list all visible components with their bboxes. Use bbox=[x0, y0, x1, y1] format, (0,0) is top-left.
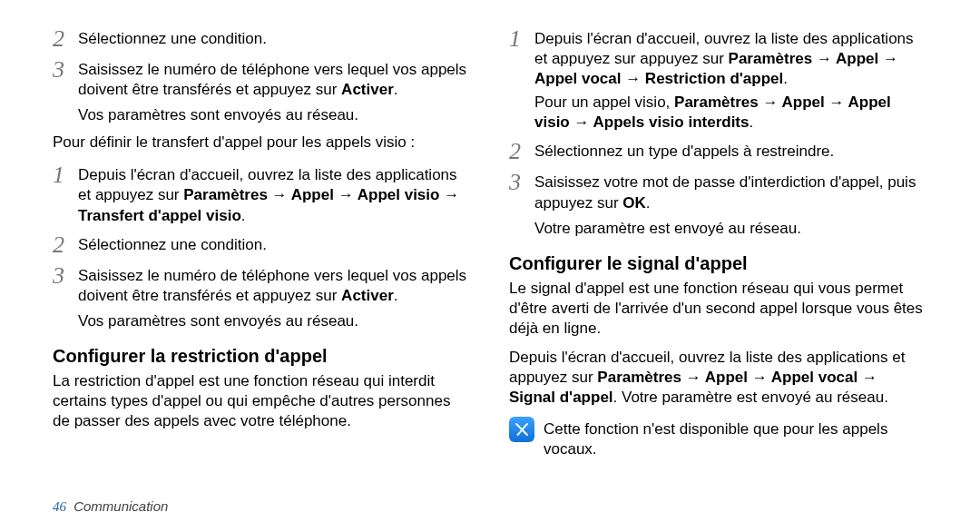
heading-signal: Configurer le signal d'appel bbox=[509, 251, 927, 275]
step-body: Sélectionnez un type d'appels à restrein… bbox=[534, 138, 927, 162]
text: Saisissez le numéro de téléphone vers le… bbox=[78, 61, 466, 98]
network-sent-note: Vos paramètres sont envoyés au réseau. bbox=[78, 311, 471, 331]
visio-intro: Pour définir le transfert d'appel pour l… bbox=[53, 133, 471, 153]
note-icon bbox=[509, 417, 534, 442]
restriction-desc: La restriction d'appel est une fonction … bbox=[53, 371, 471, 431]
step-body: Sélectionnez une condition. bbox=[78, 232, 471, 255]
step-2-select-condition: 2 Sélectionnez une condition. bbox=[53, 25, 471, 51]
heading-restriction: Configurer la restriction d'appel bbox=[53, 344, 471, 368]
step-number: 2 bbox=[509, 138, 534, 163]
step-3-enter-number: 3 Saisissez le numéro de téléphone vers … bbox=[53, 56, 471, 100]
network-sent-note: Votre paramètre est envoyé au réseau. bbox=[534, 219, 927, 239]
step-body: Saisissez votre mot de passe d'interdict… bbox=[534, 169, 927, 212]
bold-ok: OK bbox=[622, 194, 646, 212]
step-number: 3 bbox=[53, 262, 78, 288]
signal-desc: Le signal d'appel est une fonction résea… bbox=[509, 279, 927, 339]
page-number: 46 bbox=[53, 499, 66, 514]
step-body: Saisissez le numéro de téléphone vers le… bbox=[78, 56, 471, 100]
step-1-visio-open-settings: 1 Depuis l'écran d'accueil, ouvrez la li… bbox=[53, 162, 471, 225]
footer: 46 Communication bbox=[53, 498, 168, 517]
step-body: Saisissez le numéro de téléphone vers le… bbox=[78, 262, 471, 306]
bold-activer: Activer bbox=[341, 81, 394, 98]
step-body: Depuis l'écran d'accueil, ouvrez la list… bbox=[78, 162, 471, 225]
step-2-visio-select-condition: 2 Sélectionnez une condition. bbox=[53, 232, 471, 257]
step-number: 2 bbox=[53, 25, 78, 51]
step-number: 1 bbox=[509, 25, 534, 51]
right-column: 1 Depuis l'écran d'accueil, ouvrez la li… bbox=[509, 25, 927, 460]
text: Saisissez votre mot de passe d'interdict… bbox=[534, 173, 916, 211]
step-1-restriction-open-settings: 1 Depuis l'écran d'accueil, ouvrez la li… bbox=[509, 25, 927, 133]
bold-activer: Activer bbox=[341, 287, 394, 304]
network-sent-note: Vos paramètres sont envoyés au réseau. bbox=[78, 105, 471, 125]
step-number: 3 bbox=[509, 169, 534, 194]
step-3-restriction-password: 3 Saisissez votre mot de passe d'interdi… bbox=[509, 169, 927, 212]
step-body: Depuis l'écran d'accueil, ouvrez la list… bbox=[534, 25, 927, 133]
section-name: Communication bbox=[74, 498, 168, 514]
step-3-visio-enter-number: 3 Saisissez le numéro de téléphone vers … bbox=[53, 262, 471, 306]
step-body: Sélectionnez une condition. bbox=[78, 25, 471, 49]
step-number: 2 bbox=[53, 232, 78, 257]
text: Saisissez le numéro de téléphone vers le… bbox=[78, 267, 466, 304]
note-row: Cette fonction n'est disponible que pour… bbox=[509, 417, 927, 459]
step-number: 3 bbox=[53, 56, 78, 82]
step-2-restriction-select-type: 2 Sélectionnez un type d'appels à restre… bbox=[509, 138, 927, 163]
step-number: 1 bbox=[53, 162, 78, 187]
text: Pour un appel visio, bbox=[534, 94, 674, 111]
signal-steps: Depuis l'écran d'accueil, ouvrez la list… bbox=[509, 348, 927, 408]
left-column: 2 Sélectionnez une condition. 3 Saisisse… bbox=[53, 25, 471, 460]
text: . Votre paramètre est envoyé au réseau. bbox=[613, 389, 888, 406]
note-text: Cette fonction n'est disponible que pour… bbox=[544, 417, 927, 459]
